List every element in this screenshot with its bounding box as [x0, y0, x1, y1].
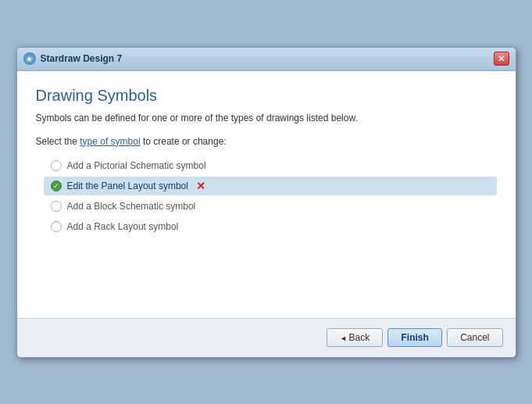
window-title: Stardraw Design 7	[41, 53, 123, 64]
description-text: Symbols can be defined for one or more o…	[36, 113, 497, 123]
back-button[interactable]: Back	[327, 328, 383, 347]
option-label-rack-layout: Add a Rack Layout symbol	[67, 221, 179, 232]
option-block-schematic[interactable]: Add a Block Schematic symbol	[44, 197, 497, 216]
option-icon-panel-layout: ✓	[50, 180, 62, 192]
delete-icon-panel-layout[interactable]: ✕	[196, 180, 205, 192]
options-list: Add a Pictorial Schematic symbol ✓ Edit …	[44, 156, 497, 236]
main-area: Drawing Symbols Symbols can be defined f…	[36, 87, 497, 306]
footer: Back Finish Cancel	[17, 318, 516, 357]
title-bar-left: ★ Stardraw Design 7	[23, 52, 123, 65]
title-bar: ★ Stardraw Design 7 ✕	[17, 48, 516, 71]
finish-button[interactable]: Finish	[387, 328, 442, 347]
option-pictorial[interactable]: Add a Pictorial Schematic symbol	[44, 156, 497, 175]
select-label-highlight: type of symbol	[80, 136, 140, 147]
option-label-pictorial: Add a Pictorial Schematic symbol	[67, 160, 206, 171]
option-rack-layout[interactable]: Add a Rack Layout symbol	[44, 217, 497, 236]
option-panel-layout[interactable]: ✓ Edit the Panel Layout symbol ✕	[44, 177, 497, 195]
option-label-block-schematic: Add a Block Schematic symbol	[67, 201, 196, 212]
content-area: Drawing Symbols Symbols can be defined f…	[17, 71, 516, 318]
page-title: Drawing Symbols	[36, 87, 497, 105]
main-window: ★ Stardraw Design 7 ✕ Drawing Symbols Sy…	[16, 47, 516, 358]
option-icon-block-schematic	[50, 200, 62, 213]
select-label: Select the type of symbol to create or c…	[36, 136, 497, 147]
option-icon-pictorial	[50, 159, 62, 172]
app-icon: ★	[23, 52, 36, 65]
option-label-panel-layout: Edit the Panel Layout symbol	[67, 181, 188, 191]
close-button[interactable]: ✕	[494, 52, 509, 66]
option-icon-rack-layout	[50, 220, 62, 233]
cancel-button[interactable]: Cancel	[447, 328, 502, 347]
